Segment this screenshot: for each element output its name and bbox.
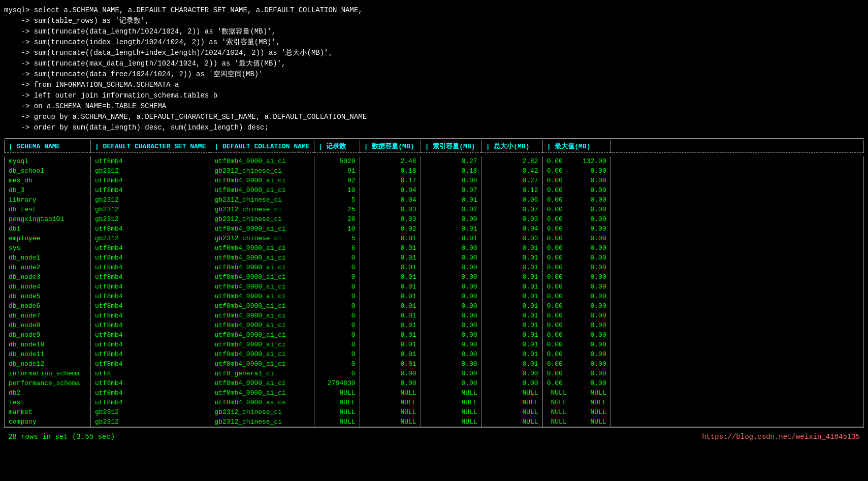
results-table: | SCHEMA_NAME | DEFAULT_CHARACTER_SET_NA… bbox=[4, 138, 864, 429]
row-count-status: 28 rows in set (3.55 sec) bbox=[8, 433, 115, 441]
table-row: sys utf8mb4 utf8mb4_0900_ai_ci 6 0.01 0.… bbox=[5, 243, 864, 253]
table-row: db_node4 utf8mb4 utf8mb4_0900_ai_ci 0 0.… bbox=[5, 282, 864, 292]
table-row: db_node1 utf8mb4 utf8mb4_0900_ai_ci 0 0.… bbox=[5, 253, 864, 263]
table-row: db_node6 utf8mb4 utf8mb4_0900_ai_ci 0 0.… bbox=[5, 301, 864, 311]
col-collation: | DEFAULT_COLLATION_NAME bbox=[210, 140, 314, 153]
cell-data: 2.48 bbox=[360, 156, 421, 166]
table-row: db_node3 utf8mb4 utf8mb4_0900_ai_ci 0 0.… bbox=[5, 272, 864, 282]
table-row: db2 utf8mb4 utf8mb4_0900_ai_ci NULL NULL… bbox=[5, 388, 864, 398]
table-row: company gb2312 gb2312_chinese_ci NULL NU… bbox=[5, 417, 864, 427]
table-row: db_school gb2312 gb2312_chinese_ci 91 0.… bbox=[5, 166, 864, 176]
table-row: mes_db utf8mb4 utf8mb4_0900_ai_ci 92 0.1… bbox=[5, 176, 864, 185]
col-total-size: | 总大小(MB) bbox=[481, 140, 542, 153]
cell-max: 0.00 132.00 bbox=[542, 156, 610, 166]
table-row: market gb2312 gb2312_chinese_ci NULL NUL… bbox=[5, 407, 864, 417]
query-line-12: -> order by sum(data_length) desc, sum(i… bbox=[4, 122, 864, 133]
query-line-5: -> sum(truncate((data_length+index_lengt… bbox=[4, 48, 864, 58]
cell-schema: mysql bbox=[5, 156, 91, 166]
cell-records: 5929 bbox=[314, 156, 360, 166]
query-line-7: -> sum(truncate(data_free/1024/1024, 2))… bbox=[4, 69, 864, 80]
csdn-url: https://blog.csdn.net/weixin_41645135 bbox=[702, 433, 860, 441]
col-index-size: | 索引容量(MB) bbox=[421, 140, 481, 153]
query-line-2: -> sum(table_rows) as '记录数', bbox=[4, 16, 864, 26]
col-records: | 记录数 bbox=[314, 140, 360, 153]
table-row: db_node7 utf8mb4 utf8mb4_0900_ai_ci 0 0.… bbox=[5, 311, 864, 320]
query-line-10: -> on a.SCHEMA_NAME=b.TABLE_SCHEMA bbox=[4, 101, 864, 112]
table-row: db_node9 utf8mb4 utf8mb4_0900_ai_ci 0 0.… bbox=[5, 330, 864, 340]
table-row: db_node8 utf8mb4 utf8mb4_0900_ai_ci 0 0.… bbox=[5, 320, 864, 330]
table-row: db_node2 utf8mb4 utf8mb4_0900_ai_ci 0 0.… bbox=[5, 263, 864, 272]
cell-extra bbox=[610, 156, 863, 166]
query-line-3: -> sum(truncate(data_length/1024/1024, 2… bbox=[4, 26, 864, 37]
query-line-1: mysql> select a.SCHEMA_NAME, a.DEFAULT_C… bbox=[4, 5, 864, 16]
query-line-9: -> left outer join information_schema.ta… bbox=[4, 90, 864, 101]
table-row: mysql utf8mb4 utf8mb4_0900_ai_ci 5929 2.… bbox=[5, 156, 864, 166]
query-line-8: -> from INFORMATION_SCHEMA.SCHEMATA a bbox=[4, 80, 864, 90]
cell-total: 2.82 bbox=[481, 156, 542, 166]
query-line-11: -> group by a.SCHEMA_NAME, a.DEFAULT_CHA… bbox=[4, 112, 864, 122]
table-row: db_test gb2312 gb2312_chinese_ci 25 0.03… bbox=[5, 205, 864, 214]
results-table-container: | SCHEMA_NAME | DEFAULT_CHARACTER_SET_NA… bbox=[4, 138, 864, 429]
table-row: employee gb2312 gb2312_chinese_ci 5 0.01… bbox=[5, 234, 864, 243]
status-bar: 28 rows in set (3.55 sec) https://blog.c… bbox=[4, 431, 864, 443]
table-row: library gb2312 gb2312_chinese_ci 5 0.04 … bbox=[5, 195, 864, 205]
col-data-size: | 数据容量(MB) bbox=[360, 140, 421, 153]
query-line-6: -> sum(truncate(max_data_length/1024/102… bbox=[4, 58, 864, 69]
cell-charset: utf8mb4 bbox=[91, 156, 210, 166]
table-row: db1 utf8mb4 utf8mb4_0900_ai_ci 10 0.02 0… bbox=[5, 224, 864, 234]
col-charset: | DEFAULT_CHARACTER_SET_NAME bbox=[91, 140, 210, 153]
table-row: performance_schema utf8mb4 utf8mb4_0900_… bbox=[5, 378, 864, 388]
table-row: db_node10 utf8mb4 utf8mb4_0900_ai_ci 0 0… bbox=[5, 340, 864, 349]
query-line-4: -> sum(truncate(index_length/1024/1024, … bbox=[4, 37, 864, 48]
table-row: information_schema utf8 utf8_general_ci … bbox=[5, 369, 864, 378]
table-row: db_node5 utf8mb4 utf8mb4_0900_ai_ci 0 0.… bbox=[5, 292, 864, 301]
cell-collation: utf8mb4_0900_ai_ci bbox=[210, 156, 314, 166]
cell-index: 0.27 bbox=[421, 156, 481, 166]
table-row: db_3 utf8mb4 utf8mb4_0900_ai_ci 10 0.04 … bbox=[5, 185, 864, 195]
table-row: test utf8mb4 utf8mb4_0900_as_cs NULL NUL… bbox=[5, 398, 864, 407]
col-max-size: | 最大值(MB) bbox=[542, 140, 610, 153]
col-schema-name: | SCHEMA_NAME bbox=[5, 140, 91, 153]
table-row: db_node11 utf8mb4 utf8mb4_0900_ai_ci 0 0… bbox=[5, 349, 864, 359]
table-row: db_node12 utf8mb4 utf8mb4_0900_ai_ci 0 0… bbox=[5, 359, 864, 369]
table-header: | SCHEMA_NAME | DEFAULT_CHARACTER_SET_NA… bbox=[5, 140, 864, 153]
query-section: mysql> select a.SCHEMA_NAME, a.DEFAULT_C… bbox=[4, 2, 864, 136]
bottom-border bbox=[5, 427, 864, 429]
terminal: mysql> select a.SCHEMA_NAME, a.DEFAULT_C… bbox=[0, 0, 868, 481]
col-padding bbox=[610, 140, 863, 153]
table-row: pengxingtao101 gb2312 gb2312_chinese_ci … bbox=[5, 214, 864, 224]
